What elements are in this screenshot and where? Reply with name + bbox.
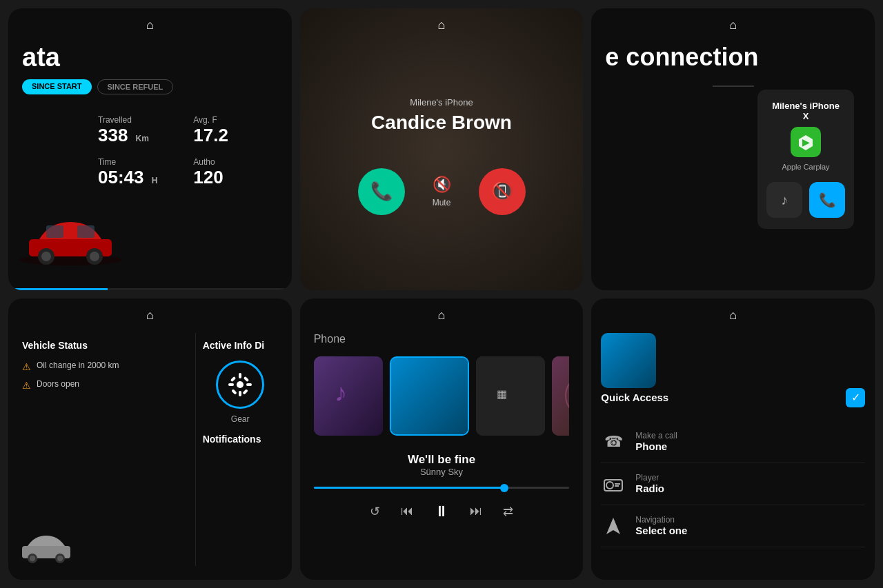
music-progress-fill <box>314 487 506 489</box>
tab-since-refuel[interactable]: SINCE REFUEL <box>97 79 174 94</box>
home-icon-call[interactable]: ⌂ <box>438 18 446 32</box>
mute-icon: 🔇 <box>433 176 451 194</box>
phone-icon: 📞 <box>370 181 393 202</box>
music-progress[interactable] <box>314 487 570 489</box>
phone-action-button[interactable]: 📞 <box>809 182 845 218</box>
home-icon-vehicle[interactable]: ⌂ <box>146 308 154 323</box>
car-illustration <box>15 212 126 270</box>
svg-text:▶: ▶ <box>802 137 810 148</box>
navigation-icon-quick <box>601 514 626 538</box>
svg-rect-22 <box>231 389 237 394</box>
connection-card: ⌂ e connection Milene's iPhone X ▶ Apple… <box>591 8 875 290</box>
caller-name: Candice Brown <box>371 112 512 134</box>
vehicle-content: Vehicle Status ⚠ Oil change in 2000 km ⚠… <box>8 298 292 580</box>
gear-circle <box>216 361 264 409</box>
quick-item-radio-text: Player Radio <box>635 473 664 494</box>
quick-thumbnail <box>601 333 656 388</box>
trip-stats: Travelled 338 Km Avg. F 17.2 Time 05:43 … <box>22 115 278 188</box>
carplay-icon: ▶ <box>791 127 821 157</box>
svg-rect-17 <box>239 391 241 396</box>
call-content: Milene's iPhone Candice Brown 📞 🔇 Mute 📵 <box>300 8 584 290</box>
decline-icon: 📵 <box>491 181 513 202</box>
connection-title: e connection <box>605 43 861 72</box>
decline-button[interactable]: 📵 <box>479 168 526 215</box>
svg-rect-20 <box>230 376 236 381</box>
tab-since-start[interactable]: SINCE START <box>22 79 92 94</box>
rewind-10-button[interactable]: ↺ <box>370 504 380 519</box>
quick-header: Quick Access ✓ <box>601 388 865 407</box>
alert-doors: ⚠ Doors open <box>22 379 188 391</box>
active-info-title: Active Info Di <box>203 340 278 351</box>
quick-item-call[interactable]: ☎ Make a call Phone <box>601 421 865 463</box>
trip-title: ata <box>22 43 278 72</box>
device-divider <box>713 85 754 87</box>
music-card: ⌂ Phone ♪ <box>300 298 584 580</box>
trip-tabs: SINCE START SINCE REFUEL <box>22 79 278 94</box>
stat-travelled: Travelled 338 Km <box>98 115 182 146</box>
gear-label: Gear <box>231 414 250 424</box>
mute-button[interactable]: 🔇 Mute <box>433 176 451 207</box>
stat-travelled-value: 338 Km <box>98 125 182 146</box>
stat-autho-label: Autho <box>193 157 277 167</box>
quick-item-nav-text: Navigation Select one <box>635 515 687 536</box>
svg-point-5 <box>41 252 51 261</box>
connect-content: e connection Milene's iPhone X ▶ Apple C… <box>591 8 875 243</box>
home-icon-music[interactable]: ⌂ <box>438 308 446 323</box>
track-artist: Sünny Sky <box>314 467 570 477</box>
svg-rect-26 <box>391 358 469 436</box>
home-icon[interactable]: ⌂ <box>146 18 154 32</box>
quick-call-value: Phone <box>635 440 677 452</box>
svg-rect-21 <box>244 376 249 381</box>
quick-item-nav[interactable]: Navigation Select one <box>601 505 865 547</box>
action-buttons: ♪ 📞 <box>766 182 845 218</box>
quick-access-card: ⌂ Quick Access ✓ ☎ Make a call Phone <box>591 298 875 580</box>
svg-text:♪: ♪ <box>335 378 347 407</box>
shuffle-button[interactable]: ⇄ <box>503 504 513 519</box>
vehicle-car-small <box>15 529 77 566</box>
trip-card: ⌂ ata SINCE START SINCE REFUEL Travelled… <box>8 8 292 290</box>
vehicle-left: Vehicle Status ⚠ Oil change in 2000 km ⚠… <box>15 333 195 567</box>
album-art-2 <box>390 356 469 436</box>
trip-progress-fill <box>8 288 108 290</box>
album-strip: ♪ <box>314 356 570 439</box>
svg-rect-23 <box>243 389 248 394</box>
music-action-button[interactable]: ♪ <box>766 182 802 218</box>
quick-checkbox[interactable]: ✓ <box>846 388 865 407</box>
next-button[interactable]: ⏭ <box>470 504 482 518</box>
stat-avgf-value: 17.2 <box>193 125 277 146</box>
answer-button[interactable]: 📞 <box>358 168 405 215</box>
stat-avgf: Avg. F 17.2 <box>193 115 277 146</box>
call-buttons: 📞 🔇 Mute 📵 <box>358 168 526 215</box>
svg-rect-16 <box>239 373 241 378</box>
home-icon-connect[interactable]: ⌂ <box>729 18 737 32</box>
quick-call-label: Make a call <box>635 431 677 440</box>
svg-point-14 <box>57 556 63 561</box>
svg-rect-2 <box>46 225 63 238</box>
home-icon-quick[interactable]: ⌂ <box>729 308 737 323</box>
vehicle-status-title: Vehicle Status <box>22 340 188 351</box>
stat-time-label: Time <box>98 157 182 167</box>
svg-rect-3 <box>77 225 95 238</box>
call-card: ⌂ Milene's iPhone Candice Brown 📞 🔇 Mute… <box>300 8 584 290</box>
album-art-1: ♪ <box>314 356 383 436</box>
quick-radio-label: Player <box>635 473 664 483</box>
playback-controls: ↺ ⏮ ⏸ ⏭ ⇄ <box>314 503 570 520</box>
prev-button[interactable]: ⏮ <box>401 504 413 518</box>
music-content: Phone ♪ <box>300 298 584 580</box>
radio-icon-quick <box>601 472 626 496</box>
progress-dot <box>500 484 508 492</box>
music-header: Phone <box>314 333 570 345</box>
svg-point-15 <box>237 381 244 388</box>
pause-button[interactable]: ⏸ <box>434 503 449 520</box>
quick-item-radio[interactable]: Player Radio <box>601 463 865 505</box>
mute-label: Mute <box>433 198 451 207</box>
quick-radio-value: Radio <box>635 483 664 494</box>
alert-oil: ⚠ Oil change in 2000 km <box>22 361 188 372</box>
quick-item-call-text: Make a call Phone <box>635 431 677 452</box>
svg-rect-18 <box>228 383 234 386</box>
quick-nav-label: Navigation <box>635 515 687 525</box>
vehicle-right: Active Info Di <box>195 333 285 567</box>
gear-display: Gear <box>203 361 278 424</box>
stat-autho-value: 120 <box>193 167 277 188</box>
alert-oil-text: Oil change in 2000 km <box>37 361 119 370</box>
